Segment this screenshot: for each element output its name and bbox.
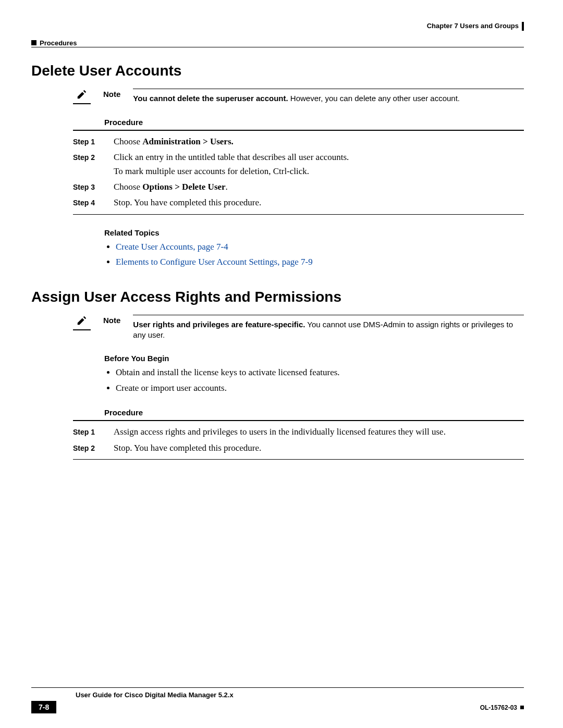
square-bullet-icon [31,40,36,45]
step-bold: Administration > Users. [142,137,234,146]
step-label: Step 2 [73,442,95,454]
list-item: Obtain and install the license keys to a… [116,366,524,379]
step-text: Click an entry in the untitled table tha… [114,151,524,164]
note-label: Note [103,315,120,325]
related-topics-heading: Related Topics [104,228,524,237]
step-label: Step 4 [73,196,95,209]
related-topics-list: Create User Accounts, page 7-4 Elements … [104,240,524,269]
step-row: Step 1 Choose Administration > Users. [73,135,524,149]
pencil-icon [76,93,88,102]
note-text: User rights and privileges are feature-s… [133,319,524,341]
step-text: Choose [114,182,142,192]
footer-doc-title: User Guide for Cisco Digital Media Manag… [76,691,234,699]
before-you-begin-heading: Before You Begin [104,354,524,363]
page-number-badge: 7-8 [31,701,56,713]
before-you-begin-list: Obtain and install the license keys to a… [104,366,524,394]
note-bold: User rights and privileges are feature-s… [133,320,305,329]
step-text: Stop. You have completed this procedure. [114,441,524,455]
breadcrumb: Procedures [31,39,77,47]
step-label: Step 1 [73,426,95,438]
procedure-heading: Procedure [104,118,524,127]
step-label: Step 2 [73,151,95,164]
header-rule-icon [522,22,524,31]
step-label: Step 3 [73,181,95,193]
doc-id: OL-15762-03 [480,704,517,711]
note-text: You cannot delete the superuser account.… [133,93,524,104]
section-title-assign: Assign User Access Rights and Permission… [31,289,524,305]
list-item: Create or import user accounts. [116,381,524,395]
step-row: Step 2 Click an entry in the untitled ta… [73,151,524,178]
note-bold: You cannot delete the superuser account. [133,94,288,103]
header-chapter: Chapter 7 Users and Groups [427,21,524,31]
procedure-heading: Procedure [104,408,524,417]
note-rest: However, you can delete any other user a… [288,94,460,103]
step-row: Step 3 Choose Options > Delete User. [73,180,524,194]
step-row: Step 2 Stop. You have completed this pro… [73,441,524,455]
step-text-extra: To mark multiple user accounts for delet… [114,165,524,178]
step-row: Step 4 Stop. You have completed this pro… [73,196,524,209]
pencil-icon [76,319,88,328]
related-link[interactable]: Create User Accounts, page 7-4 [116,242,228,252]
note-label: Note [103,89,120,98]
step-text: Choose [114,137,142,146]
step-text: Assign access rights and privileges to u… [114,425,524,439]
step-label: Step 1 [73,135,95,148]
step-suffix: . [226,182,228,192]
step-row: Step 1 Assign access rights and privileg… [73,425,524,439]
step-bold: Options > Delete User [142,182,225,192]
step-text: Stop. You have completed this procedure. [114,198,261,207]
chapter-text: Chapter 7 Users and Groups [427,22,519,30]
section-title-delete: Delete User Accounts [31,63,524,79]
endmark-icon [520,706,524,709]
breadcrumb-text: Procedures [40,39,77,47]
related-link[interactable]: Elements to Configure User Account Setti… [116,257,313,267]
